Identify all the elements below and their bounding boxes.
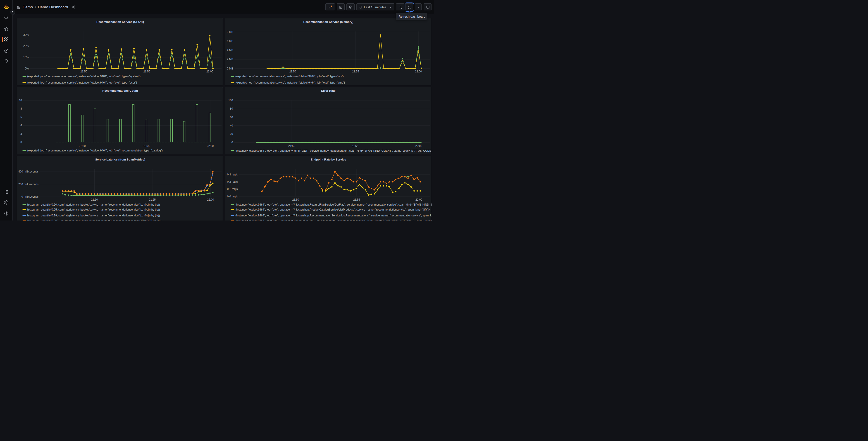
svg-text:6: 6 (20, 115, 22, 119)
svg-text:0.1 req/s: 0.1 req/s (227, 187, 238, 190)
svg-text:21:55: 21:55 (351, 144, 358, 147)
svg-text:10: 10 (19, 99, 22, 102)
svg-text:{instance="otelcol:9464", job=: {instance="otelcol:9464", job="otel", op… (235, 149, 432, 152)
svg-text:{exported_job="recommendations: {exported_job="recommendationservice", i… (27, 75, 141, 78)
svg-text:22:00: 22:00 (207, 198, 214, 201)
svg-text:20: 20 (230, 133, 233, 136)
svg-text:Recommendations Count: Recommendations Count (102, 89, 138, 92)
svg-text:2 MB: 2 MB (227, 58, 233, 61)
svg-text:21:55: 21:55 (149, 198, 156, 201)
svg-text:{exported_job="recommendations: {exported_job="recommendationservice", i… (27, 81, 137, 84)
svg-text:22:00: 22:00 (207, 144, 214, 147)
svg-text:21:50: 21:50 (289, 70, 296, 73)
svg-text:0%: 0% (25, 67, 29, 70)
svg-text:0 milliseconds: 0 milliseconds (22, 195, 38, 198)
svg-text:21:50: 21:50 (292, 198, 299, 201)
svg-text:Recommendation Service (CPU%): Recommendation Service (CPU%) (96, 20, 144, 24)
svg-text:200 milliseconds: 200 milliseconds (18, 183, 38, 186)
svg-text:Recommendation Service (Memory: Recommendation Service (Memory) (303, 20, 353, 24)
svg-text:histogram_quantile(0.50, sum(r: histogram_quantile(0.50, sum(rate(latenc… (27, 203, 160, 206)
svg-text:{instance="otelcol:9464", job=: {instance="otelcol:9464", job="otel", op… (235, 214, 432, 217)
svg-text:22:00: 22:00 (206, 70, 213, 73)
svg-text:21:50: 21:50 (288, 144, 295, 147)
svg-text:21:55: 21:55 (353, 198, 360, 201)
svg-text:21:55: 21:55 (143, 144, 150, 147)
svg-text:10%: 10% (23, 56, 29, 59)
svg-text:{instance="otelcol:9464", job=: {instance="otelcol:9464", job="otel", op… (235, 203, 432, 206)
svg-text:4 MB: 4 MB (227, 49, 233, 52)
svg-text:30%: 30% (23, 33, 29, 36)
svg-text:100: 100 (228, 99, 233, 102)
svg-text:0.0 req/s: 0.0 req/s (227, 195, 238, 198)
svg-text:Endpoint Rate by Service: Endpoint Rate by Service (310, 158, 346, 161)
svg-text:0: 0 (20, 141, 22, 144)
svg-text:22:00: 22:00 (415, 198, 422, 201)
svg-text:{exported_job="recommendations: {exported_job="recommendationservice", i… (235, 75, 343, 78)
svg-text:{instance="otelcol:9464", job=: {instance="otelcol:9464", job="otel", op… (235, 219, 432, 220)
svg-text:400 milliseconds: 400 milliseconds (18, 170, 38, 173)
svg-text:histogram_quantile(0.95, sum(r: histogram_quantile(0.95, sum(rate(latenc… (27, 208, 160, 211)
svg-text:80: 80 (230, 107, 233, 110)
svg-text:21:50: 21:50 (80, 70, 87, 73)
svg-text:histogram_quantile(0.999, sum(: histogram_quantile(0.999, sum(rate(laten… (27, 219, 161, 220)
svg-text:Error Rate: Error Rate (321, 89, 336, 92)
svg-text:21:50: 21:50 (91, 198, 98, 201)
svg-text:8: 8 (20, 107, 22, 110)
svg-text:6 MB: 6 MB (227, 39, 233, 42)
svg-text:2: 2 (20, 132, 22, 136)
svg-text:21:55: 21:55 (144, 70, 150, 73)
svg-text:4: 4 (20, 124, 22, 127)
svg-text:21:50: 21:50 (79, 144, 86, 147)
svg-text:{instance="otelcol:9464", job=: {instance="otelcol:9464", job="otel", op… (235, 208, 432, 211)
svg-text:0: 0 (231, 141, 233, 144)
svg-text:22:00: 22:00 (415, 70, 422, 73)
svg-text:60: 60 (230, 115, 233, 119)
svg-text:{exported_job="recommendations: {exported_job="recommendationservice", i… (235, 81, 345, 84)
svg-text:{exported_job="recommendations: {exported_job="recommendationservice", i… (27, 149, 163, 152)
svg-text:8 MB: 8 MB (227, 30, 233, 33)
svg-text:histogram_quantile(0.99, sum(r: histogram_quantile(0.99, sum(rate(latenc… (27, 214, 160, 217)
svg-text:0 MB: 0 MB (227, 67, 233, 70)
svg-text:0.2 req/s: 0.2 req/s (227, 180, 238, 183)
svg-text:21:55: 21:55 (352, 70, 359, 73)
svg-text:20%: 20% (23, 45, 29, 48)
svg-text:40: 40 (230, 124, 233, 127)
svg-text:0.3 req/s: 0.3 req/s (227, 173, 238, 176)
svg-text:22:00: 22:00 (415, 144, 422, 147)
svg-text:Service Latency (from SpanMetr: Service Latency (from SpanMetrics) (95, 158, 145, 161)
